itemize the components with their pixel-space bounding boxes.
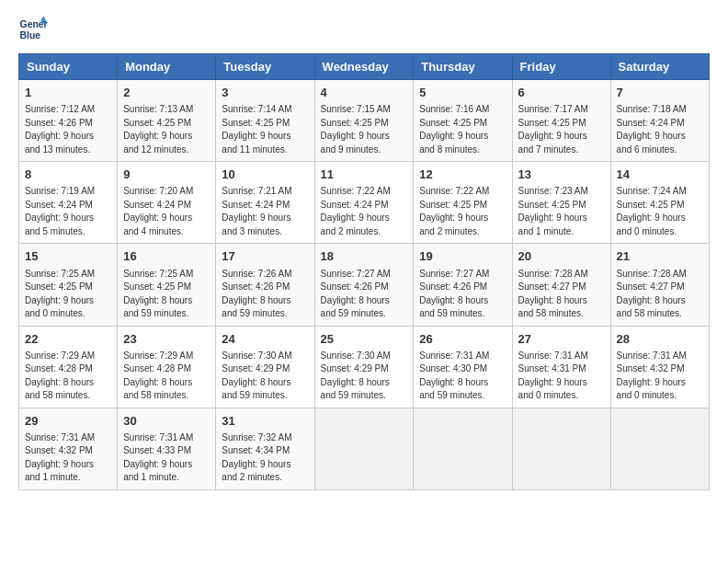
day-number: 28	[617, 331, 703, 348]
day-info: Sunrise: 7:31 AM Sunset: 4:32 PM Dayligh…	[25, 431, 111, 485]
day-info: Sunrise: 7:16 AM Sunset: 4:25 PM Dayligh…	[419, 103, 506, 156]
day-cell: 17Sunrise: 7:26 AM Sunset: 4:26 PM Dayli…	[216, 244, 314, 326]
day-cell: 9Sunrise: 7:20 AM Sunset: 4:24 PM Daylig…	[118, 162, 216, 244]
day-number: 19	[419, 248, 506, 265]
day-info: Sunrise: 7:21 AM Sunset: 4:24 PM Dayligh…	[222, 185, 308, 238]
day-info: Sunrise: 7:25 AM Sunset: 4:25 PM Dayligh…	[123, 268, 210, 321]
day-info: Sunrise: 7:31 AM Sunset: 4:31 PM Dayligh…	[518, 350, 605, 403]
day-info: Sunrise: 7:22 AM Sunset: 4:25 PM Dayligh…	[419, 185, 506, 238]
day-cell: 21Sunrise: 7:28 AM Sunset: 4:27 PM Dayli…	[610, 244, 709, 326]
day-number: 18	[321, 248, 408, 265]
day-cell: 4Sunrise: 7:15 AM Sunset: 4:25 PM Daylig…	[314, 80, 414, 162]
day-info: Sunrise: 7:29 AM Sunset: 4:28 PM Dayligh…	[25, 350, 111, 403]
day-info: Sunrise: 7:12 AM Sunset: 4:26 PM Dayligh…	[25, 103, 111, 156]
day-number: 20	[518, 248, 605, 265]
day-number: 29	[25, 413, 111, 430]
day-info: Sunrise: 7:20 AM Sunset: 4:24 PM Dayligh…	[123, 185, 210, 238]
day-cell: 28Sunrise: 7:31 AM Sunset: 4:32 PM Dayli…	[610, 326, 709, 408]
day-cell: 12Sunrise: 7:22 AM Sunset: 4:25 PM Dayli…	[414, 162, 512, 244]
day-cell: 29Sunrise: 7:31 AM Sunset: 4:32 PM Dayli…	[19, 408, 118, 489]
day-info: Sunrise: 7:28 AM Sunset: 4:27 PM Dayligh…	[617, 268, 703, 321]
calendar: SundayMondayTuesdayWednesdayThursdayFrid…	[18, 53, 710, 490]
day-number: 30	[123, 413, 210, 430]
day-cell: 19Sunrise: 7:27 AM Sunset: 4:26 PM Dayli…	[414, 244, 512, 326]
week-row-3: 15Sunrise: 7:25 AM Sunset: 4:25 PM Dayli…	[19, 244, 710, 326]
day-cell: 20Sunrise: 7:28 AM Sunset: 4:27 PM Dayli…	[512, 244, 610, 326]
day-number: 3	[222, 85, 308, 101]
day-cell: 24Sunrise: 7:30 AM Sunset: 4:29 PM Dayli…	[216, 326, 314, 408]
day-cell: 25Sunrise: 7:30 AM Sunset: 4:29 PM Dayli…	[314, 326, 414, 408]
day-info: Sunrise: 7:25 AM Sunset: 4:25 PM Dayligh…	[25, 268, 111, 321]
day-number: 1	[25, 85, 111, 101]
day-number: 27	[518, 331, 605, 348]
day-info: Sunrise: 7:23 AM Sunset: 4:25 PM Dayligh…	[518, 185, 605, 238]
day-cell: 26Sunrise: 7:31 AM Sunset: 4:30 PM Dayli…	[414, 326, 512, 408]
day-number: 2	[123, 85, 210, 101]
day-number: 6	[518, 85, 605, 101]
day-info: Sunrise: 7:30 AM Sunset: 4:29 PM Dayligh…	[222, 350, 308, 403]
svg-marker-2	[40, 17, 46, 21]
day-cell: 30Sunrise: 7:31 AM Sunset: 4:33 PM Dayli…	[118, 408, 216, 489]
day-info: Sunrise: 7:19 AM Sunset: 4:24 PM Dayligh…	[25, 185, 111, 238]
day-info: Sunrise: 7:26 AM Sunset: 4:26 PM Dayligh…	[222, 268, 308, 321]
day-cell: 10Sunrise: 7:21 AM Sunset: 4:24 PM Dayli…	[216, 162, 314, 244]
col-header-thursday: Thursday	[414, 54, 512, 80]
day-cell: 16Sunrise: 7:25 AM Sunset: 4:25 PM Dayli…	[118, 244, 216, 326]
day-info: Sunrise: 7:17 AM Sunset: 4:25 PM Dayligh…	[518, 103, 605, 156]
day-number: 13	[518, 167, 605, 183]
svg-text:Blue: Blue	[20, 30, 41, 40]
day-number: 22	[25, 331, 111, 348]
day-number: 17	[222, 248, 308, 265]
day-cell: 18Sunrise: 7:27 AM Sunset: 4:26 PM Dayli…	[314, 244, 414, 326]
day-number: 24	[222, 331, 308, 348]
day-info: Sunrise: 7:31 AM Sunset: 4:30 PM Dayligh…	[419, 350, 506, 403]
day-cell: 14Sunrise: 7:24 AM Sunset: 4:25 PM Dayli…	[610, 162, 709, 244]
day-cell: 8Sunrise: 7:19 AM Sunset: 4:24 PM Daylig…	[19, 162, 118, 244]
header: General Blue	[18, 15, 710, 44]
day-number: 15	[25, 248, 111, 265]
logo-icon: General Blue	[18, 15, 48, 44]
day-cell: 3Sunrise: 7:14 AM Sunset: 4:25 PM Daylig…	[216, 80, 314, 162]
col-header-sunday: Sunday	[19, 54, 118, 80]
day-info: Sunrise: 7:24 AM Sunset: 4:25 PM Dayligh…	[617, 185, 703, 238]
day-number: 4	[321, 85, 408, 101]
day-cell	[314, 408, 414, 489]
day-number: 21	[617, 248, 703, 265]
col-header-tuesday: Tuesday	[216, 54, 314, 80]
col-header-wednesday: Wednesday	[314, 54, 414, 80]
day-cell: 1Sunrise: 7:12 AM Sunset: 4:26 PM Daylig…	[19, 80, 118, 162]
day-cell: 2Sunrise: 7:13 AM Sunset: 4:25 PM Daylig…	[118, 80, 216, 162]
day-info: Sunrise: 7:31 AM Sunset: 4:32 PM Dayligh…	[617, 350, 703, 403]
day-cell: 13Sunrise: 7:23 AM Sunset: 4:25 PM Dayli…	[512, 162, 610, 244]
day-cell: 27Sunrise: 7:31 AM Sunset: 4:31 PM Dayli…	[512, 326, 610, 408]
day-cell	[610, 408, 709, 489]
col-header-monday: Monday	[118, 54, 216, 80]
day-info: Sunrise: 7:18 AM Sunset: 4:24 PM Dayligh…	[617, 103, 703, 156]
day-cell: 7Sunrise: 7:18 AM Sunset: 4:24 PM Daylig…	[610, 80, 709, 162]
day-number: 16	[123, 248, 210, 265]
day-info: Sunrise: 7:14 AM Sunset: 4:25 PM Dayligh…	[222, 103, 308, 156]
day-number: 31	[222, 413, 308, 430]
day-info: Sunrise: 7:30 AM Sunset: 4:29 PM Dayligh…	[321, 350, 408, 403]
col-header-friday: Friday	[512, 54, 610, 80]
day-number: 10	[222, 167, 308, 183]
day-number: 11	[321, 167, 408, 183]
day-cell: 23Sunrise: 7:29 AM Sunset: 4:28 PM Dayli…	[118, 326, 216, 408]
day-number: 5	[419, 85, 506, 101]
day-cell: 5Sunrise: 7:16 AM Sunset: 4:25 PM Daylig…	[414, 80, 512, 162]
day-info: Sunrise: 7:27 AM Sunset: 4:26 PM Dayligh…	[419, 268, 506, 321]
day-info: Sunrise: 7:13 AM Sunset: 4:25 PM Dayligh…	[123, 103, 210, 156]
day-info: Sunrise: 7:32 AM Sunset: 4:34 PM Dayligh…	[222, 431, 308, 485]
day-number: 14	[617, 167, 703, 183]
calendar-header-row: SundayMondayTuesdayWednesdayThursdayFrid…	[19, 54, 710, 80]
day-number: 8	[25, 167, 111, 183]
day-cell	[512, 408, 610, 489]
day-cell: 11Sunrise: 7:22 AM Sunset: 4:24 PM Dayli…	[314, 162, 414, 244]
day-cell: 15Sunrise: 7:25 AM Sunset: 4:25 PM Dayli…	[19, 244, 118, 326]
day-info: Sunrise: 7:15 AM Sunset: 4:25 PM Dayligh…	[321, 103, 408, 156]
day-number: 23	[123, 331, 210, 348]
day-cell: 22Sunrise: 7:29 AM Sunset: 4:28 PM Dayli…	[19, 326, 118, 408]
week-row-5: 29Sunrise: 7:31 AM Sunset: 4:32 PM Dayli…	[19, 408, 710, 489]
week-row-1: 1Sunrise: 7:12 AM Sunset: 4:26 PM Daylig…	[19, 80, 710, 162]
day-number: 7	[617, 85, 703, 101]
